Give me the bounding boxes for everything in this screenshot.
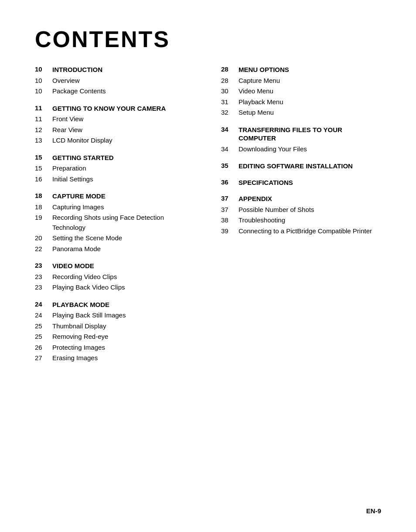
section-items-list: 18Capturing Images19Recording Shots usin… (35, 202, 195, 254)
list-item: 19Recording Shots using Face Detection T… (35, 213, 195, 232)
item-text: Overview (52, 76, 80, 86)
item-number: 23 (35, 283, 47, 293)
section-number: 34 (221, 126, 233, 133)
item-number: 10 (35, 86, 47, 96)
item-number: 10 (35, 76, 47, 86)
section-title: APPENDIX (239, 194, 272, 203)
item-number: 15 (35, 164, 47, 174)
item-text: Playback Menu (239, 97, 283, 107)
section-header: 35EDITING SOFTWARE INSTALLATION (221, 162, 381, 171)
item-number: 37 (221, 205, 233, 215)
item-text: Protecting Images (52, 343, 105, 353)
item-text: Rear View (52, 125, 82, 135)
section-title: TRANSFERRING FILES TO YOUR COMPUTER (239, 126, 381, 143)
item-text: Downloading Your Files (239, 144, 307, 154)
left-column: 10INTRODUCTION10Overview10Package Conten… (35, 65, 195, 371)
section-items-list: 11Front View12Rear View13LCD Monitor Dis… (35, 114, 195, 146)
item-text: Troubleshooting (239, 215, 285, 225)
item-text: Playing Back Still Images (52, 310, 126, 321)
item-text: Possible Number of Shots (239, 205, 314, 215)
section-header: 10INTRODUCTION (35, 65, 195, 74)
list-item: 20Setting the Scene Mode (35, 233, 195, 243)
toc-section: 10INTRODUCTION10Overview10Package Conten… (35, 65, 195, 96)
page: CONTENTS 10INTRODUCTION10Overview10Packa… (0, 0, 416, 532)
toc-section: 18CAPTURE MODE18Capturing Images19Record… (35, 192, 195, 254)
toc-section: 23VIDEO MODE23Recording Video Clips23Pla… (35, 262, 195, 293)
item-number: 20 (35, 233, 47, 243)
item-number: 27 (35, 353, 47, 363)
list-item: 10Package Contents (35, 86, 195, 96)
list-item: 27Erasing Images (35, 353, 195, 363)
item-text: Preparation (52, 164, 86, 174)
list-item: 28Capture Menu (221, 76, 381, 86)
item-number: 38 (221, 215, 233, 225)
list-item: 25Thumbnail Display (35, 321, 195, 331)
list-item: 30Video Menu (221, 86, 381, 96)
section-items-list: 23Recording Video Clips23Playing Back Vi… (35, 272, 195, 293)
item-text: Removing Red-eye (52, 332, 108, 342)
toc-section: 37APPENDIX37Possible Number of Shots38Tr… (221, 194, 381, 236)
section-number: 10 (35, 65, 47, 73)
right-column: 28MENU OPTIONS28Capture Menu30Video Menu… (221, 65, 381, 371)
toc-section: 28MENU OPTIONS28Capture Menu30Video Menu… (221, 65, 381, 118)
item-number: 28 (221, 76, 233, 86)
section-title: GETTING STARTED (52, 153, 114, 162)
item-number: 19 (35, 213, 47, 232)
section-title: PLAYBACK MODE (52, 300, 109, 309)
list-item: 23Playing Back Video Clips (35, 283, 195, 293)
section-items-list: 37Possible Number of Shots38Troubleshoot… (221, 205, 381, 236)
section-number: 37 (221, 194, 233, 202)
section-title: VIDEO MODE (52, 262, 94, 270)
item-text: Thumbnail Display (52, 321, 106, 331)
list-item: 25Removing Red-eye (35, 332, 195, 342)
section-items-list: 24Playing Back Still Images25Thumbnail D… (35, 310, 195, 363)
list-item: 26Protecting Images (35, 343, 195, 353)
list-item: 12Rear View (35, 125, 195, 135)
item-number: 39 (221, 226, 233, 236)
section-number: 23 (35, 262, 47, 269)
item-number: 12 (35, 125, 47, 135)
section-header: 36SPECIFICATIONS (221, 178, 381, 187)
list-item: 39Connecting to a PictBridge Compatible … (221, 226, 381, 236)
section-number: 11 (35, 104, 47, 112)
section-title: SPECIFICATIONS (239, 178, 293, 187)
list-item: 15Preparation (35, 164, 195, 174)
item-text: Video Menu (239, 86, 273, 96)
item-number: 30 (221, 86, 233, 96)
list-item: 32Setup Menu (221, 108, 381, 118)
item-text: Setup Menu (239, 108, 274, 118)
section-items-list: 28Capture Menu30Video Menu31Playback Men… (221, 76, 381, 118)
item-number: 16 (35, 174, 47, 184)
item-number: 22 (35, 244, 47, 254)
item-number: 18 (35, 202, 47, 212)
item-number: 32 (221, 108, 233, 118)
section-number: 36 (221, 178, 233, 186)
list-item: 10Overview (35, 76, 195, 86)
list-item: 23Recording Video Clips (35, 272, 195, 282)
toc-section: 24PLAYBACK MODE24Playing Back Still Imag… (35, 300, 195, 363)
item-number: 25 (35, 332, 47, 342)
list-item: 38Troubleshooting (221, 215, 381, 225)
section-header: 11GETTING TO KNOW YOUR CAMERA (35, 104, 195, 113)
section-header: 37APPENDIX (221, 194, 381, 203)
list-item: 37Possible Number of Shots (221, 205, 381, 215)
item-number: 26 (35, 343, 47, 353)
item-text: Package Contents (52, 86, 106, 96)
toc-section: 15GETTING STARTED15Preparation16Initial … (35, 153, 195, 184)
item-number: 23 (35, 272, 47, 282)
page-title: CONTENTS (35, 26, 381, 52)
section-items-list: 10Overview10Package Contents (35, 76, 195, 96)
item-text: Initial Settings (52, 174, 93, 184)
list-item: 13LCD Monitor Display (35, 136, 195, 146)
section-header: 23VIDEO MODE (35, 262, 195, 270)
item-number: 24 (35, 310, 47, 321)
item-text: Capturing Images (52, 202, 104, 212)
section-header: 24PLAYBACK MODE (35, 300, 195, 309)
item-number: 13 (35, 136, 47, 146)
section-number: 24 (35, 300, 47, 308)
item-text: Recording Shots using Face Detection Tec… (52, 213, 195, 232)
item-text: Setting the Scene Mode (52, 233, 122, 243)
list-item: 22Panorama Mode (35, 244, 195, 254)
list-item: 24Playing Back Still Images (35, 310, 195, 321)
section-header: 28MENU OPTIONS (221, 65, 381, 74)
